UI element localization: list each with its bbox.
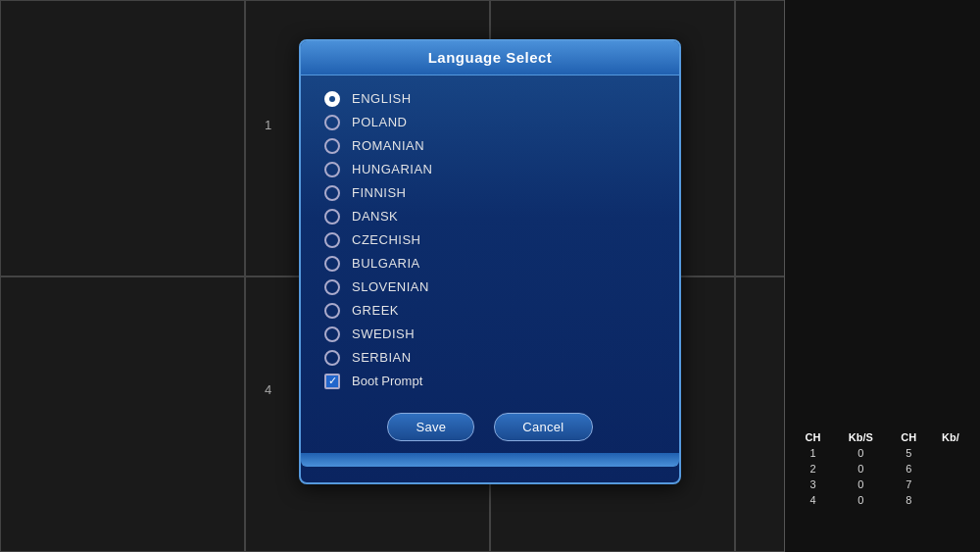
dialog-buttons: Save Cancel: [301, 413, 679, 441]
radio-label-swedish: SWEDISH: [352, 326, 415, 341]
radio-label-romanian: ROMANIAN: [352, 138, 424, 153]
radio-circle-bulgaria[interactable]: [324, 256, 340, 272]
radio-label-greek: GREEK: [352, 303, 399, 318]
radio-label-poland: POLAND: [352, 115, 407, 129]
radio-item-hungarian[interactable]: HUNGARIAN: [324, 158, 656, 181]
radio-circle-english[interactable]: [324, 91, 340, 107]
radio-item-greek[interactable]: GREEK: [324, 299, 656, 323]
boot-prompt-label: Boot Prompt: [352, 374, 422, 388]
language-select-dialog: Language Select ENGLISHPOLANDROMANIANHUN…: [299, 39, 681, 484]
language-list: ENGLISHPOLANDROMANIANHUNGARIANFINNISHDAN…: [324, 87, 656, 370]
radio-label-serbian: SERBIAN: [352, 350, 412, 365]
radio-item-swedish[interactable]: SWEDISH: [324, 323, 656, 346]
radio-label-slovenian: SLOVENIAN: [352, 279, 429, 294]
radio-circle-serbian[interactable]: [324, 350, 340, 366]
radio-circle-poland[interactable]: [324, 115, 340, 130]
radio-circle-greek[interactable]: [324, 303, 340, 319]
boot-prompt-checkbox[interactable]: Boot Prompt: [324, 370, 656, 393]
radio-item-bulgaria[interactable]: BULGARIA: [324, 252, 656, 276]
dialog-overlay: Language Select ENGLISHPOLANDROMANIANHUN…: [0, 0, 980, 552]
radio-label-bulgaria: BULGARIA: [352, 256, 420, 271]
radio-circle-romanian[interactable]: [324, 138, 340, 154]
radio-circle-czechish[interactable]: [324, 232, 340, 248]
radio-item-serbian[interactable]: SERBIAN: [324, 346, 656, 370]
dialog-content: ENGLISHPOLANDROMANIANHUNGARIANFINNISHDAN…: [301, 75, 679, 401]
dialog-footer-bar: [301, 453, 679, 467]
radio-circle-slovenian[interactable]: [324, 279, 340, 295]
radio-item-czechish[interactable]: CZECHISH: [324, 228, 656, 252]
radio-circle-swedish[interactable]: [324, 326, 340, 342]
boot-prompt-checkbox-box[interactable]: [324, 374, 340, 389]
radio-item-romanian[interactable]: ROMANIAN: [324, 134, 656, 158]
dialog-title: Language Select: [428, 49, 553, 66]
radio-item-dansk[interactable]: DANSK: [324, 205, 656, 228]
radio-label-finnish: FINNISH: [352, 185, 407, 200]
radio-item-slovenian[interactable]: SLOVENIAN: [324, 276, 656, 299]
radio-item-english[interactable]: ENGLISH: [324, 87, 656, 111]
cancel-button[interactable]: Cancel: [494, 413, 592, 441]
dialog-title-bar: Language Select: [301, 41, 679, 75]
radio-label-czechish: CZECHISH: [352, 232, 420, 247]
radio-label-hungarian: HUNGARIAN: [352, 162, 433, 176]
radio-item-finnish[interactable]: FINNISH: [324, 181, 656, 205]
save-button[interactable]: Save: [387, 413, 474, 441]
radio-circle-dansk[interactable]: [324, 209, 340, 225]
radio-item-poland[interactable]: POLAND: [324, 111, 656, 134]
radio-label-english: ENGLISH: [352, 91, 412, 106]
radio-label-dansk: DANSK: [352, 209, 398, 224]
radio-circle-hungarian[interactable]: [324, 162, 340, 177]
radio-circle-finnish[interactable]: [324, 185, 340, 201]
